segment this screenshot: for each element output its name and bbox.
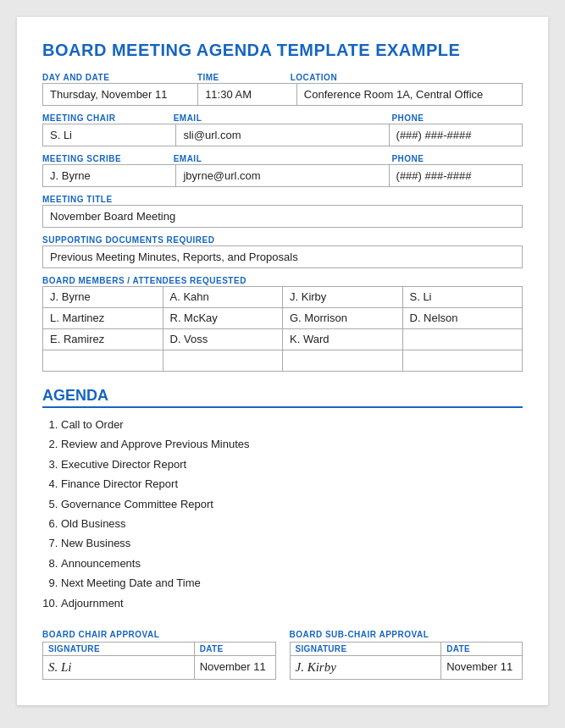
attendee-cell [43,350,163,371]
table-row: J. Byrne A. Kahn J. Kirby S. Li [43,287,522,308]
attendee-cell: G. Morrison [283,308,403,328]
list-item: Old Business [61,514,523,533]
attendee-cell [283,350,403,371]
attendees-label: BOARD MEMBERS / ATTENDEES REQUESTED [42,276,246,285]
chair-phone-cell: (###) ###-#### [390,124,522,146]
page-title: BOARD MEETING AGENDA TEMPLATE EXAMPLE [42,41,523,60]
location-cell: Conference Room 1A, Central Office [297,84,522,105]
board-subchair-sig-label: SIGNATURE [291,643,442,655]
scribe-email-label: EMAIL [174,154,202,163]
list-item: Adjournment [61,593,523,613]
attendee-cell: D. Nelson [403,308,523,328]
board-subchair-date: November 11 [441,656,522,679]
list-item: Next Meeting Date and Time [61,573,523,593]
location-label: LOCATION [291,73,337,82]
day-date-label: DAY AND DATE [42,73,109,82]
board-chair-fields: SIGNATURE DATE S. Li November 11 [42,642,276,680]
list-item: Call to Order [61,415,523,434]
attendee-cell: J. Kirby [283,287,403,307]
attendee-cell: D. Voss [163,329,284,350]
scribe-email-cell: jbyrne@url.com [176,165,389,186]
meeting-title-cell: November Board Meeting [42,205,523,228]
page: BOARD MEETING AGENDA TEMPLATE EXAMPLE DA… [17,17,548,705]
board-chair-approval: BOARD CHAIR APPROVAL SIGNATURE DATE S. L… [42,630,276,680]
board-subchair-title: BOARD SUB-CHAIR APPROVAL [290,630,523,639]
supporting-docs-cell: Previous Meeting Minutes, Reports, and P… [42,245,523,268]
scribe-value: J. Byrne [50,169,91,182]
scribe-phone-cell: (###) ###-#### [390,165,522,186]
board-chair-date-label: DATE [195,643,275,655]
chair-phone-label: PHONE [391,113,424,123]
list-item: Review and Approve Previous Minutes [61,434,523,454]
attendee-cell: J. Byrne [43,287,163,307]
scribe-cell: J. Byrne [43,165,176,186]
approval-row: BOARD CHAIR APPROVAL SIGNATURE DATE S. L… [42,630,523,680]
board-subchair-signature: J. Kirby [291,656,442,679]
chair-email-label: EMAIL [174,113,202,123]
board-chair-value-row: S. Li November 11 [43,656,275,679]
attendee-cell [163,350,284,371]
chair-value: S. Li [50,129,72,141]
attendee-cell: L. Martinez [43,308,163,328]
day-date-value: Thursday, November 11 [50,88,168,101]
scribe-phone-label: PHONE [391,154,424,163]
day-date-cell: Thursday, November 11 [43,84,198,105]
table-row [43,350,522,371]
attendee-cell: A. Kahn [163,287,284,307]
table-row: L. Martinez R. McKay G. Morrison D. Nels… [43,308,522,329]
attendee-cell: R. McKay [163,308,284,328]
attendee-cell: E. Ramirez [43,329,163,350]
chair-label: MEETING CHAIR [42,113,116,123]
time-cell: 11:30 AM [198,84,297,105]
agenda-list: Call to Order Review and Approve Previou… [42,415,523,613]
board-subchair-approval: BOARD SUB-CHAIR APPROVAL SIGNATURE DATE … [290,630,523,680]
board-subchair-date-label: DATE [441,643,522,655]
chair-cell: S. Li [43,124,176,146]
attendees-table: J. Byrne A. Kahn J. Kirby S. Li L. Marti… [42,286,523,372]
board-chair-date: November 11 [195,656,275,679]
list-item: Announcements [61,554,523,573]
board-chair-signature: S. Li [43,656,195,679]
chair-phone-value: (###) ###-#### [396,129,472,141]
board-chair-title: BOARD CHAIR APPROVAL [42,630,276,639]
meeting-title-label: MEETING TITLE [42,195,113,204]
agenda-title: AGENDA [42,387,523,408]
board-chair-label-row: SIGNATURE DATE [43,643,275,656]
attendee-cell: K. Ward [283,329,403,350]
board-subchair-fields: SIGNATURE DATE J. Kirby November 11 [290,642,523,680]
scribe-email-value: jbyrne@url.com [183,169,260,182]
location-value: Conference Room 1A, Central Office [304,88,483,101]
board-subchair-value-row: J. Kirby November 11 [291,656,523,679]
scribe-phone-value: (###) ###-#### [396,169,472,182]
attendee-cell [403,329,523,350]
board-chair-sig-label: SIGNATURE [43,643,195,655]
table-row: E. Ramirez D. Voss K. Ward [43,329,522,350]
time-value: 11:30 AM [205,88,252,101]
supporting-docs-value: Previous Meeting Minutes, Reports, and P… [50,251,298,263]
meeting-title-value: November Board Meeting [50,210,175,223]
chair-email-cell: sli@url.com [176,124,389,146]
time-label: TIME [197,73,219,82]
approval-section: BOARD CHAIR APPROVAL SIGNATURE DATE S. L… [42,630,523,680]
chair-email-value: sli@url.com [183,129,241,141]
supporting-docs-label: SUPPORTING DOCUMENTS REQUIRED [42,235,214,245]
scribe-label: MEETING SCRIBE [42,154,121,163]
agenda-section: AGENDA Call to Order Review and Approve … [42,387,523,613]
board-subchair-label-row: SIGNATURE DATE [291,643,523,656]
attendee-cell: S. Li [403,287,523,307]
list-item: Governance Committee Report [61,494,523,514]
list-item: Finance Director Report [61,474,523,494]
list-item: New Business [61,533,523,553]
list-item: Executive Director Report [61,455,523,474]
attendee-cell [403,350,523,371]
